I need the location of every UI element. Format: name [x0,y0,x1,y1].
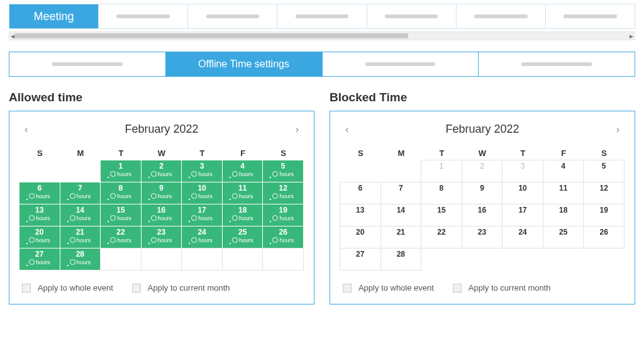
calendar-day[interactable]: 27hours [19,248,60,271]
top-tab-placeholder[interactable] [457,4,546,28]
calendar-day[interactable]: 23 [462,226,503,248]
calendar-day[interactable]: 6hours [19,182,60,204]
blocked-apply-whole[interactable]: Apply to whole event [343,283,434,293]
calendar-day[interactable]: 28 [380,248,422,271]
allowed-apply-whole-label: Apply to whole event [38,283,113,293]
top-tab-placeholder[interactable] [367,4,457,28]
calendar-day[interactable]: 4hours [222,160,264,182]
calendar-day[interactable]: 26 [583,226,625,248]
calendar-day[interactable]: 1 [421,160,462,182]
calendar-day[interactable]: 26hours [262,226,304,248]
calendar-day[interactable]: 4 [543,160,584,182]
calendar-day[interactable]: 7hours [60,182,101,204]
calendar-day[interactable]: 20 [340,226,381,248]
calendar-day[interactable]: 9hours [141,182,182,204]
allowed-prev-month[interactable]: ‹ [25,124,28,135]
calendar-day[interactable]: 22 [421,226,462,248]
calendar-day[interactable]: 7 [380,182,422,204]
calendar-day[interactable]: 2 [462,160,503,182]
calendar-day[interactable]: 16hours [141,204,182,226]
tab-meeting[interactable]: Meeting [9,4,99,28]
calendar-day[interactable]: 1hours [100,160,142,182]
sub-tab-placeholder[interactable] [479,52,635,76]
calendar-day[interactable]: 25 [543,226,584,248]
calendar-day[interactable]: 14hours [60,204,101,226]
checkbox-icon[interactable] [22,284,31,293]
calendar-day[interactable]: 15 [421,204,462,226]
calendar-day[interactable]: 14 [380,204,422,226]
calendar-blank [380,160,422,182]
blocked-apply-month[interactable]: Apply to current month [453,283,551,293]
weekday-label: T [502,146,543,160]
calendar-day[interactable] [181,248,223,271]
calendar-day[interactable]: 19hours [262,204,304,226]
calendar-day[interactable] [222,248,264,271]
top-tab-placeholder[interactable] [277,4,367,28]
calendar-day[interactable]: 13 [340,204,381,226]
calendar-day[interactable]: 21hours [60,226,101,248]
allowed-apply-month[interactable]: Apply to current month [132,283,230,293]
allowed-next-month[interactable]: › [296,124,299,135]
calendar-day[interactable]: 11 [543,182,584,204]
calendar-day[interactable]: 25hours [222,226,264,248]
calendar-day[interactable]: 22hours [100,226,142,248]
calendar-day[interactable]: 8hours [100,182,142,204]
calendar-day[interactable]: 5hours [262,160,304,182]
calendar-day[interactable]: 10 [502,182,543,204]
blocked-time-title: Blocked Time [330,91,635,104]
weekday-label: T [182,146,223,160]
calendar-blank [60,160,101,182]
checkbox-icon[interactable] [343,284,352,293]
allowed-days: 1hours2hours3hours4hours5hours6hours7hou… [19,160,304,271]
tabs-scrollbar[interactable]: ◄ ► [9,31,635,40]
calendar-day[interactable]: 18 [543,204,584,226]
calendar-day[interactable]: 27 [340,248,381,271]
calendar-day[interactable]: 5 [583,160,625,182]
checkbox-icon[interactable] [453,284,462,293]
calendar-day[interactable]: 8 [421,182,462,204]
calendar-day[interactable]: 19 [583,204,625,226]
calendar-day[interactable]: 21 [380,226,422,248]
scroll-thumb[interactable] [14,33,408,38]
calendar-day[interactable]: 9 [462,182,503,204]
calendar-day[interactable]: 15hours [100,204,142,226]
allowed-weekdays: SMTWTFS [19,146,304,160]
checkbox-icon[interactable] [132,284,141,293]
blocked-prev-month[interactable]: ‹ [345,124,348,135]
allowed-time-title: Allowed time [9,91,314,104]
calendar-day[interactable]: 18hours [222,204,264,226]
top-tab-placeholder[interactable] [546,4,635,28]
allowed-apply-whole[interactable]: Apply to whole event [22,283,113,293]
scroll-right-icon[interactable]: ► [628,33,635,40]
calendar-day[interactable]: 12 [583,182,625,204]
calendar-day[interactable]: 2hours [141,160,182,182]
calendar-day[interactable]: 12hours [262,182,304,204]
calendar-day[interactable]: 3 [502,160,543,182]
calendar-day[interactable]: 17hours [181,204,223,226]
calendar-day[interactable] [262,248,304,271]
calendar-day[interactable]: 3hours [181,160,223,182]
calendar-day[interactable]: 11hours [222,182,264,204]
calendar-day[interactable]: 16 [462,204,503,226]
calendar-day[interactable]: 23hours [141,226,182,248]
sub-tab-offline-time-settings[interactable]: Offline Time settings [166,52,323,76]
calendar-day[interactable]: 6 [340,182,381,204]
weekday-label: W [142,146,182,160]
calendar-day[interactable]: 17 [502,204,543,226]
weekday-label: S [340,146,381,160]
weekday-label: W [462,146,503,160]
top-tab-placeholder[interactable] [99,4,188,28]
calendar-day[interactable]: 13hours [19,204,60,226]
weekday-label: M [381,146,422,160]
calendar-day[interactable]: 24 [502,226,543,248]
blocked-next-month[interactable]: › [616,124,619,135]
top-tab-placeholder[interactable] [188,4,277,28]
sub-tab-placeholder[interactable] [9,52,166,76]
calendar-day[interactable]: 20hours [19,226,60,248]
sub-tab-placeholder[interactable] [323,52,479,76]
calendar-day[interactable]: 10hours [181,182,223,204]
calendar-day[interactable]: 28hours [60,248,101,271]
calendar-day[interactable] [100,248,142,271]
calendar-day[interactable]: 24hours [181,226,223,248]
calendar-day[interactable] [141,248,182,271]
